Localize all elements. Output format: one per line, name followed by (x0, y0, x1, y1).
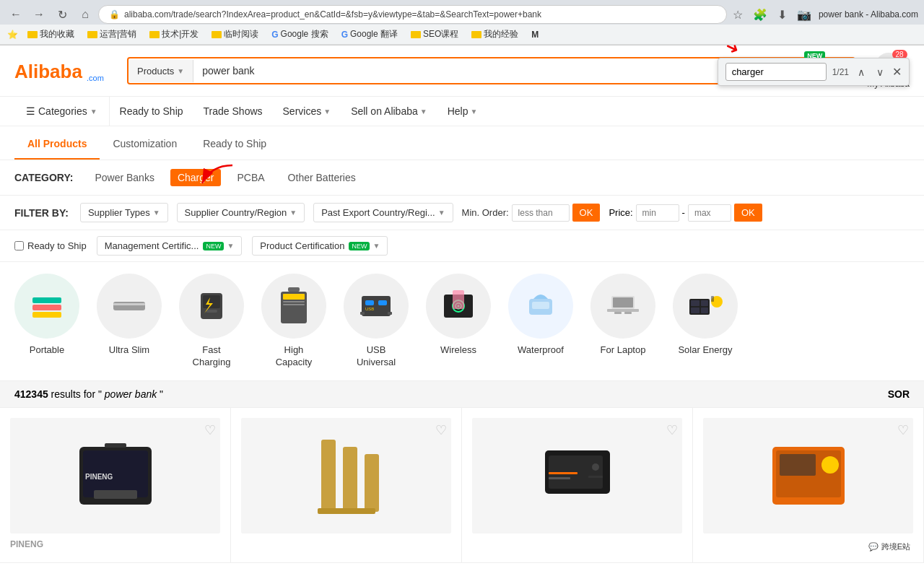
ready-to-ship-input[interactable] (14, 241, 24, 250)
svg-rect-39 (701, 308, 708, 313)
address-bar[interactable]: 🔒 alibaba.com/trade/search?IndexArea=pro… (98, 5, 727, 24)
price-min-input[interactable] (636, 204, 679, 222)
heart-button[interactable]: ♡ (666, 422, 678, 438)
find-bar: 1/21 ∧ ∨ ✕ (718, 58, 910, 86)
bookmark-item[interactable]: 运营|营销 (84, 27, 140, 42)
filter-row: FILTER BY: Supplier Types ▼ Supplier Cou… (0, 196, 924, 230)
nav-sell-on[interactable]: Sell on Alibaba ▼ (341, 97, 437, 126)
cat-img-ultra-slim[interactable]: Ultra Slim (90, 274, 169, 357)
star-button[interactable]: ☆ (730, 5, 746, 25)
bookmark-item[interactable]: 临时阅读 (208, 27, 262, 42)
bookmark-item[interactable]: G Google 搜索 (268, 27, 331, 42)
folder-icon (87, 31, 97, 38)
svg-rect-45 (94, 490, 137, 499)
sort-label: SOR (888, 388, 910, 400)
category-row: CATEGORY: Power Banks Charger PCBA Other… (0, 160, 924, 196)
product-card[interactable]: ♡ (231, 408, 462, 563)
nav-trade-shows[interactable]: Trade Shows (193, 97, 273, 126)
min-order-ok-button[interactable]: OK (572, 204, 601, 222)
svg-rect-16 (288, 287, 300, 292)
folder-icon (27, 31, 38, 38)
brand-name: PINENG (10, 539, 220, 549)
wireless-img (437, 284, 480, 328)
alibaba-logo[interactable]: Alibaba .com (14, 58, 116, 84)
price-ok-button[interactable]: OK (734, 204, 762, 222)
watermark-text: 跨境E站 (881, 541, 910, 552)
price-label: Price: (609, 207, 632, 218)
bookmark-item[interactable]: M (528, 28, 542, 41)
cat-power-banks[interactable]: Power Banks (87, 169, 161, 186)
find-next-button[interactable]: ∨ (873, 65, 886, 79)
screenshot-button[interactable]: 📷 (794, 5, 814, 25)
heart-button[interactable]: ♡ (897, 422, 909, 438)
cat-other-batteries[interactable]: Other Batteries (281, 169, 363, 186)
bookmark-item[interactable]: 我的收藏 (24, 27, 78, 42)
cat-img-usb-universal[interactable]: USB USBUniversal (336, 274, 416, 369)
product-card[interactable]: ♡ PINENG PINENG (0, 408, 231, 563)
heart-button[interactable]: ♡ (204, 422, 216, 438)
svg-rect-37 (701, 300, 708, 306)
svg-rect-59 (780, 454, 816, 476)
bookmark-item[interactable]: G Google 翻译 (338, 27, 401, 42)
home-button[interactable]: ⌂ (75, 4, 95, 25)
nav-categories[interactable]: ☰ Categories ▼ (14, 97, 110, 126)
cat-img-circle: USB (344, 274, 409, 339)
cat-img-waterproof[interactable]: Waterproof (501, 274, 580, 357)
menu-icon: ☰ (26, 105, 35, 117)
category-section: CATEGORY: Power Banks Charger PCBA Other… (0, 160, 924, 196)
tab-bar: ← → ↻ ⌂ 🔒 alibaba.com/trade/search?Index… (0, 0, 924, 25)
back-button[interactable]: ← (6, 4, 26, 25)
bookmark-item[interactable]: SEO课程 (407, 27, 462, 42)
product-cert-filter[interactable]: Product Certification NEW ▼ (252, 236, 388, 256)
nav-ready-to-ship[interactable]: Ready to Ship (110, 97, 193, 126)
tab-all-products[interactable]: All Products (14, 129, 100, 160)
find-close-button[interactable]: ✕ (892, 65, 902, 79)
search-category-dropdown[interactable]: Products ▼ (128, 60, 193, 82)
cat-img-solar-energy[interactable]: Solar Energy (666, 274, 745, 357)
extensions-button[interactable]: 🧩 (750, 5, 770, 25)
browser-actions: ☆ 🧩 ⬇ 📷 power bank - Alibaba.com (730, 5, 918, 25)
svg-rect-50 (318, 508, 375, 514)
cat-img-fast-charging[interactable]: FastCharging (172, 274, 251, 369)
cat-img-wireless[interactable]: Wireless (419, 274, 498, 357)
bookmark-item[interactable]: 我的经验 (468, 27, 522, 42)
for-laptop-img (601, 284, 645, 328)
reload-button[interactable]: ↻ (52, 4, 72, 25)
forward-button[interactable]: → (29, 4, 49, 25)
cat-img-circle (179, 274, 244, 339)
past-export-filter[interactable]: Past Export Country/Regi... ▼ (313, 203, 453, 222)
download-button[interactable]: ⬇ (775, 5, 790, 25)
cat-img-portable[interactable]: Portable (7, 274, 87, 357)
heart-button[interactable]: ♡ (435, 422, 447, 438)
search-input[interactable] (193, 59, 747, 82)
svg-rect-18 (360, 312, 365, 315)
svg-rect-19 (388, 312, 392, 315)
svg-rect-4 (32, 305, 61, 310)
folder-icon (149, 31, 160, 38)
supplier-types-filter[interactable]: Supplier Types ▼ (80, 203, 168, 222)
chevron-down-icon: ▼ (289, 209, 297, 217)
product-card[interactable]: ♡ (462, 408, 693, 563)
price-group: Price: - OK (609, 204, 762, 222)
chevron-down-icon: ▼ (323, 108, 331, 115)
cat-img-high-capacity[interactable]: HighCapacity (254, 274, 334, 369)
svg-point-53 (592, 463, 599, 471)
nav-help[interactable]: Help ▼ (437, 97, 488, 126)
tab-customization[interactable]: Customization (100, 129, 190, 160)
bookmarks-bar: ⭐ 我的收藏 运营|营销 技术|开发 临时阅读 G Google 搜索 G Go… (0, 25, 924, 45)
cat-img-label: Wireless (440, 344, 476, 357)
min-order-input[interactable] (512, 204, 570, 222)
ready-to-ship-checkbox[interactable]: Ready to Ship (14, 240, 87, 251)
mgmt-cert-filter[interactable]: Management Certific... NEW ▼ (97, 236, 243, 256)
category-label: CATEGORY: (14, 172, 73, 183)
bookmark-item[interactable]: 技术|开发 (146, 27, 202, 42)
tab-ready-to-ship[interactable]: Ready to Ship (190, 129, 279, 160)
product-card[interactable]: ♡ 💬 跨境E站 (693, 408, 924, 563)
price-max-input[interactable] (688, 204, 731, 222)
cat-img-for-laptop[interactable]: For Laptop (583, 274, 663, 357)
find-input[interactable] (725, 63, 827, 81)
find-prev-button[interactable]: ∧ (855, 65, 868, 79)
svg-rect-55 (549, 472, 578, 474)
supplier-country-filter[interactable]: Supplier Country/Region ▼ (177, 203, 305, 222)
nav-services[interactable]: Services ▼ (273, 97, 341, 126)
